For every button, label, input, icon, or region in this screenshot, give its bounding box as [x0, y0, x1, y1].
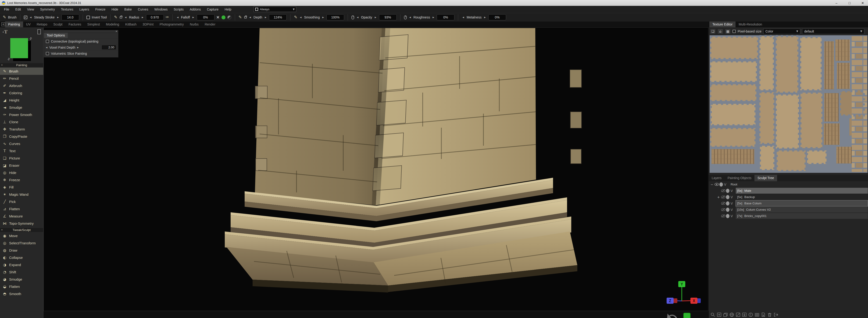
menu-item[interactable]: View	[24, 6, 37, 13]
tree-row[interactable]: V [10x] Colum Curves V2	[709, 206, 868, 213]
tweak-section-header[interactable]: ▾Tweak/Sculpt	[0, 228, 43, 232]
eye-hidden-icon[interactable]	[720, 208, 726, 211]
add-object-icon[interactable]	[717, 312, 721, 317]
metalness-value[interactable]: 0%	[488, 14, 506, 20]
tree-row-root[interactable]: − V Root	[709, 181, 868, 187]
tool-list-item[interactable]: ◑ Expand	[0, 261, 43, 268]
tool-list-item[interactable]: ❐ Copy/Paste	[0, 133, 43, 140]
tool-list-item[interactable]: ✏ Pencil	[0, 75, 43, 82]
workspace-tab[interactable]: Modeling	[103, 22, 122, 27]
mouse-icon[interactable]	[351, 16, 354, 20]
viewport-3d[interactable]: Y Z X	[43, 27, 708, 311]
voxel-mode-icon[interactable]: V	[724, 183, 728, 186]
add-workspace-icon[interactable]: +	[1, 23, 5, 26]
undo-arrow-icon[interactable]	[667, 312, 679, 318]
close-button[interactable]: ✕	[859, 1, 866, 5]
swap-colors-icon[interactable]: ⇄	[29, 36, 33, 40]
decrement-arrow[interactable]: ◀	[176, 16, 179, 19]
menu-item[interactable]: Curves	[135, 6, 151, 13]
falloff-smooth-icon[interactable]	[221, 16, 225, 20]
increment-arrow[interactable]: ▶	[77, 46, 79, 49]
tool-list-item[interactable]: ∠ Measure	[0, 212, 43, 220]
pixel-based-size-checkbox[interactable]	[733, 30, 736, 33]
voxel-mode-icon[interactable]: V	[731, 189, 734, 193]
voxel-mode-icon[interactable]: V	[731, 214, 734, 218]
falloff-sphere-icon[interactable]	[227, 16, 231, 20]
layer-name[interactable]: Male	[744, 189, 751, 193]
menu-item[interactable]: Bake	[121, 6, 135, 13]
tool-list-item[interactable]: ❄ Freeze	[0, 176, 43, 183]
scene-panel-tab[interactable]: Sculpt Tree	[754, 175, 777, 181]
menu-item[interactable]: Windows	[151, 6, 170, 13]
import-icon[interactable]	[742, 312, 747, 317]
depth-value[interactable]: 124%	[269, 14, 287, 20]
eye-visible-icon[interactable]	[714, 183, 719, 186]
eye-hidden-icon[interactable]	[720, 214, 726, 218]
panel-collapse-icon[interactable]	[37, 29, 41, 34]
workspace-tab[interactable]: Painting	[5, 22, 23, 27]
pen-nib-icon[interactable]: ✑	[166, 15, 169, 20]
decrement-arrow[interactable]: ◀	[409, 16, 412, 19]
remove-file-icon[interactable]	[761, 312, 766, 317]
globe-icon[interactable]	[730, 312, 734, 317]
workspace-tab[interactable]: Factures	[65, 22, 84, 27]
workspace-tab[interactable]: UV	[23, 22, 34, 27]
trash-icon[interactable]	[767, 312, 772, 317]
menu-item[interactable]: Addons	[187, 6, 204, 13]
tool-list-item[interactable]: ◎ Hide	[0, 169, 43, 176]
layer-name[interactable]: Root	[731, 183, 737, 186]
tool-list-item[interactable]: ⊥ Clone	[0, 118, 43, 125]
tool-list-item[interactable]: ✎ Brush	[0, 67, 43, 75]
increment-arrow[interactable]: ▶	[321, 16, 324, 19]
workspace-tab[interactable]: Nurbs	[187, 22, 202, 27]
color-swatch[interactable]	[10, 38, 28, 58]
tool-list-item[interactable]: ◉ Move	[0, 232, 43, 239]
tool-list-item[interactable]: ◢ Height	[0, 96, 43, 104]
tool-options-tab[interactable]: Tool Options	[44, 33, 68, 38]
steady-stroke-value[interactable]: 14.0	[61, 14, 79, 20]
menu-item[interactable]: Scripts	[170, 6, 187, 13]
tool-list-item[interactable]: T Text	[0, 147, 43, 154]
viewport-3d-model[interactable]	[44, 28, 708, 311]
layer-name[interactable]: Backup	[744, 195, 755, 199]
workspace-tab[interactable]: Retopo	[34, 22, 50, 27]
tool-list-item[interactable]: ◒ Flatten	[0, 283, 43, 290]
minimize-button[interactable]: –	[833, 1, 840, 5]
tool-list-item[interactable]: ✶ Magic Wand	[0, 191, 43, 198]
menu-item[interactable]: Textures	[58, 6, 76, 13]
history-icon[interactable]	[748, 312, 753, 317]
connective-painting-checkbox[interactable]	[46, 40, 49, 43]
texture-info-icon[interactable]: ❏	[710, 29, 716, 34]
menu-item[interactable]: Edit	[12, 6, 24, 13]
always-dropdown[interactable]: Always ▼	[253, 6, 296, 12]
tool-list-item[interactable]: ◄ Smudge	[0, 104, 43, 111]
sphere-icon[interactable]	[726, 201, 730, 205]
menu-item[interactable]: Capture	[204, 6, 221, 13]
tool-list-item[interactable]: ❏ Picture	[0, 154, 43, 162]
lock-icon[interactable]	[244, 17, 247, 19]
increment-arrow[interactable]: ▶	[264, 16, 267, 19]
uv-texture-preview[interactable]	[710, 35, 868, 173]
eye-hidden-icon[interactable]	[720, 189, 726, 192]
voxel-paint-depth-value[interactable]: 2.00	[101, 45, 116, 50]
decrement-arrow[interactable]: ◀	[29, 16, 32, 19]
tool-list-item[interactable]: ◍ Draw	[0, 247, 43, 254]
expand-icon[interactable]: +	[717, 195, 720, 199]
invert-tool-checkbox[interactable]	[87, 16, 90, 19]
smoothing-value[interactable]: 100%	[327, 14, 344, 20]
tool-list-item[interactable]: ✒ Coloring	[0, 89, 43, 96]
voxel-mode-icon[interactable]: V	[731, 202, 734, 205]
scene-panel-tab[interactable]: Layers	[709, 175, 724, 181]
axis-gizmo[interactable]: Y Z X	[660, 280, 708, 311]
tree-row[interactable]: V [5x] Male	[709, 187, 868, 194]
home-icon[interactable]: ⌂	[717, 29, 723, 34]
tool-list-item[interactable]: ⊿ Flatten	[0, 205, 43, 212]
eye-hidden-icon[interactable]	[720, 196, 726, 199]
tree-row[interactable]: + V [5x] Backup	[709, 194, 868, 200]
pen-pressure-icon[interactable]: ✎	[114, 15, 117, 20]
menu-item[interactable]: Layers	[76, 6, 92, 13]
grid-icon[interactable]	[755, 312, 760, 317]
sphere-icon[interactable]	[719, 182, 723, 186]
volumetric-slice-checkbox[interactable]	[46, 52, 49, 55]
sphere-icon[interactable]	[726, 189, 730, 193]
